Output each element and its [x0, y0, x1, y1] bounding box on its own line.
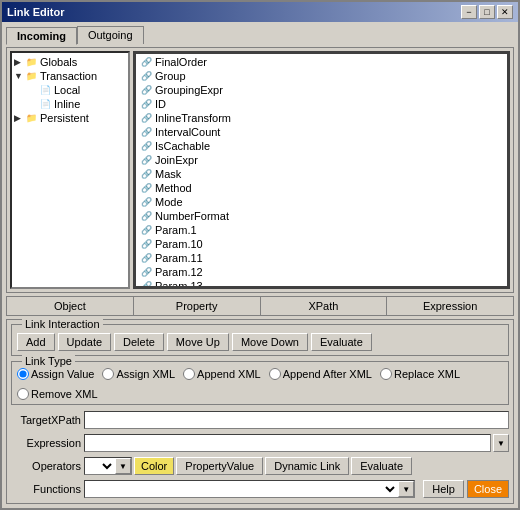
list-item[interactable]: 🔗 Group — [137, 69, 506, 83]
radio-label-text: Append XML — [197, 368, 261, 380]
property-icon: 🔗 — [139, 140, 153, 152]
list-item-label: Mask — [155, 168, 181, 180]
tree-children: 📄 Local 📄 Inline — [14, 83, 126, 111]
list-item[interactable]: 🔗 Mask — [137, 167, 506, 181]
property-icon: 🔗 — [139, 266, 153, 278]
radio-label-text: Replace XML — [394, 368, 460, 380]
list-item[interactable]: 🔗 Mode — [137, 195, 506, 209]
link-editor-window: Link Editor − □ ✕ Incoming Outgoing ▶ 📁 … — [0, 0, 520, 510]
link-interaction-buttons: Add Update Delete Move Up Move Down Eval… — [17, 333, 503, 351]
list-item[interactable]: 🔗 GroupingExpr — [137, 83, 506, 97]
functions-dropdown-arrow[interactable]: ▼ — [398, 481, 414, 497]
list-item[interactable]: 🔗 IntervalCount — [137, 125, 506, 139]
property-icon: 🔗 — [139, 126, 153, 138]
list-item[interactable]: 🔗 Param.10 — [137, 237, 506, 251]
tree-item-persistent[interactable]: ▶ 📁 Persistent — [14, 111, 126, 125]
window-title: Link Editor — [7, 6, 64, 18]
dynamic-link-button[interactable]: Dynamic Link — [265, 457, 349, 475]
property-value-button[interactable]: PropertyValue — [176, 457, 263, 475]
list-item[interactable]: 🔗 Param.12 — [137, 265, 506, 279]
doc-icon: 📄 — [38, 98, 52, 110]
expand-arrow: ▶ — [14, 113, 24, 123]
operators-dropdown-arrow[interactable]: ▼ — [115, 458, 131, 474]
target-xpath-row: TargetXPath — [11, 410, 509, 430]
add-button[interactable]: Add — [17, 333, 55, 351]
tree-item-transaction[interactable]: ▼ 📁 Transaction — [14, 69, 126, 83]
col-expression: Expression — [387, 297, 513, 315]
property-icon: 🔗 — [139, 56, 153, 68]
functions-select[interactable] — [85, 481, 398, 497]
tree-label: Local — [54, 84, 80, 96]
list-item[interactable]: 🔗 Param.1 — [137, 223, 506, 237]
list-item[interactable]: 🔗 FinalOrder — [137, 55, 506, 69]
main-panel: ▶ 📁 Globals ▼ 📁 Transaction 📄 Local — [6, 47, 514, 293]
tree-panel[interactable]: ▶ 📁 Globals ▼ 📁 Transaction 📄 Local — [10, 51, 130, 289]
link-type-options: Assign Value Assign XML Append XML Appen… — [17, 368, 503, 400]
radio-replace-xml[interactable]: Replace XML — [380, 368, 460, 380]
operators-select[interactable] — [85, 458, 115, 474]
list-item-label: IsCachable — [155, 140, 210, 152]
radio-append-xml[interactable]: Append XML — [183, 368, 261, 380]
close-button[interactable]: ✕ — [497, 5, 513, 19]
properties-list[interactable]: 🔗 FinalOrder 🔗 Group 🔗 GroupingExpr 🔗 ID… — [133, 51, 510, 289]
list-item[interactable]: 🔗 JoinExpr — [137, 153, 506, 167]
property-icon: 🔗 — [139, 196, 153, 208]
minimize-button[interactable]: − — [461, 5, 477, 19]
col-xpath: XPath — [261, 297, 388, 315]
list-item[interactable]: 🔗 IsCachable — [137, 139, 506, 153]
tab-outgoing[interactable]: Outgoing — [77, 26, 144, 44]
list-item[interactable]: 🔗 InlineTransform — [137, 111, 506, 125]
property-icon: 🔗 — [139, 168, 153, 180]
move-down-button[interactable]: Move Down — [232, 333, 308, 351]
functions-controls: ▼ — [84, 480, 415, 498]
property-icon: 🔗 — [139, 252, 153, 264]
expand-arrow: ▼ — [14, 71, 24, 81]
list-item[interactable]: 🔗 Param.13 — [137, 279, 506, 289]
close-dialog-button[interactable]: Close — [467, 480, 509, 498]
footer-buttons: Help Close — [423, 480, 509, 498]
update-button[interactable]: Update — [58, 333, 111, 351]
radio-assign-xml[interactable]: Assign XML — [102, 368, 175, 380]
operators-label: Operators — [11, 460, 81, 472]
evaluate-ops-button[interactable]: Evaluate — [351, 457, 412, 475]
move-up-button[interactable]: Move Up — [167, 333, 229, 351]
radio-remove-xml[interactable]: Remove XML — [17, 388, 98, 400]
list-item[interactable]: 🔗 ID — [137, 97, 506, 111]
radio-append-after-xml[interactable]: Append After XML — [269, 368, 372, 380]
expression-dropdown-arrow[interactable]: ▼ — [493, 434, 509, 452]
list-item-label: Mode — [155, 196, 183, 208]
property-icon: 🔗 — [139, 182, 153, 194]
property-icon: 🔗 — [139, 238, 153, 250]
color-button[interactable]: Color — [134, 457, 174, 475]
expression-input-group: ▼ — [84, 434, 509, 452]
tree-item-globals[interactable]: ▶ 📁 Globals — [14, 55, 126, 69]
expression-input[interactable] — [84, 434, 491, 452]
list-item-label: Method — [155, 182, 192, 194]
list-item-label: ID — [155, 98, 166, 110]
tree-label: Inline — [54, 98, 80, 110]
functions-select-container: ▼ — [84, 480, 415, 498]
property-icon: 🔗 — [139, 280, 153, 289]
tree-item-local[interactable]: 📄 Local — [28, 83, 126, 97]
evaluate-button[interactable]: Evaluate — [311, 333, 372, 351]
delete-button[interactable]: Delete — [114, 333, 164, 351]
functions-row: Functions ▼ Help Close — [11, 479, 509, 499]
tree-item-inline[interactable]: 📄 Inline — [28, 97, 126, 111]
list-item[interactable]: 🔗 NumberFormat — [137, 209, 506, 223]
list-item-label: Group — [155, 70, 186, 82]
property-icon: 🔗 — [139, 84, 153, 96]
radio-label-text: Remove XML — [31, 388, 98, 400]
operators-row: Operators ▼ Color PropertyValue Dynamic … — [11, 456, 509, 476]
radio-assign-value[interactable]: Assign Value — [17, 368, 94, 380]
target-xpath-input[interactable] — [84, 411, 509, 429]
table-header: Object Property XPath Expression — [6, 296, 514, 316]
list-item[interactable]: 🔗 Param.11 — [137, 251, 506, 265]
maximize-button[interactable]: □ — [479, 5, 495, 19]
list-item[interactable]: 🔗 Method — [137, 181, 506, 195]
target-xpath-label: TargetXPath — [11, 414, 81, 426]
list-item-label: GroupingExpr — [155, 84, 223, 96]
tab-incoming[interactable]: Incoming — [6, 27, 77, 45]
list-item-label: NumberFormat — [155, 210, 229, 222]
help-button[interactable]: Help — [423, 480, 464, 498]
tabs-row: Incoming Outgoing — [6, 26, 514, 44]
